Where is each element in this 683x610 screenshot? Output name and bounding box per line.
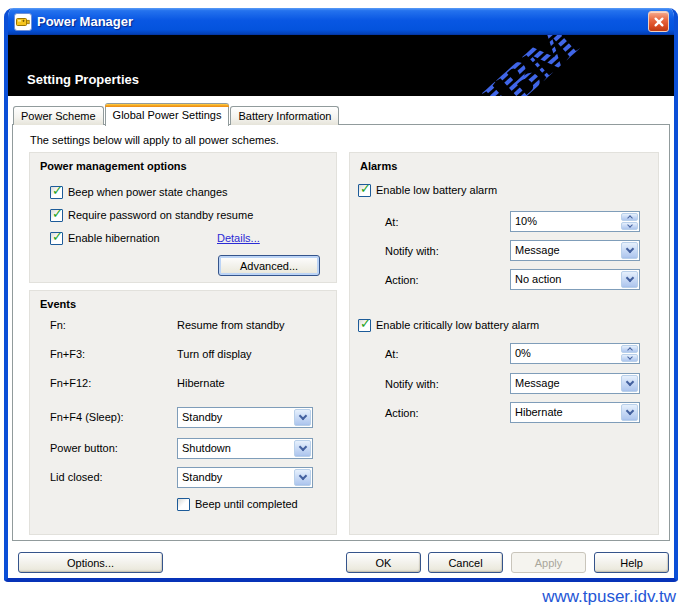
- watermark-text: www.tpuser.idv.tw: [542, 587, 676, 607]
- event-label: Lid closed:: [50, 471, 103, 483]
- spinner-value: 10%: [511, 212, 620, 231]
- beep-until-completed-checkbox[interactable]: ✓: [177, 498, 190, 511]
- require-password-checkbox[interactable]: ✓: [50, 209, 63, 222]
- help-button[interactable]: Help: [594, 552, 669, 573]
- window-title: Power Manager: [37, 14, 133, 29]
- check-icon: ✓: [360, 181, 371, 196]
- critical-alarm-action-select[interactable]: Hibernate: [510, 402, 640, 423]
- select-value: Message: [511, 241, 620, 260]
- critical-alarm-at-spinner[interactable]: 0%: [510, 343, 640, 364]
- low-alarm-at-spinner[interactable]: 10%: [510, 211, 640, 232]
- event-value: Resume from standby: [177, 319, 285, 331]
- at-label: At:: [385, 348, 398, 360]
- check-icon: ✓: [52, 183, 63, 198]
- advanced-button[interactable]: Advanced...: [218, 255, 320, 276]
- tab-strip: Power Scheme Global Power Settings Batte…: [13, 102, 340, 125]
- enable-hibernation-checkbox[interactable]: ✓: [50, 232, 63, 245]
- select-value: No action: [511, 270, 620, 289]
- select-value: Standby: [178, 468, 293, 487]
- close-icon: [653, 16, 665, 28]
- event-label: Fn+F4 (Sleep):: [50, 411, 124, 423]
- fn-f4-sleep-select[interactable]: Standby: [177, 407, 313, 428]
- event-value: Turn off display: [177, 348, 252, 360]
- battery-icon: [14, 13, 32, 31]
- select-value: Hibernate: [511, 403, 620, 422]
- intro-text: The settings below will apply to all pow…: [30, 134, 279, 146]
- checkbox-label: Enable low battery alarm: [376, 184, 497, 196]
- checkbox-label: Beep when power state changes: [68, 186, 228, 198]
- screenshot-root: Power Manager Setting Properties IBM: [0, 0, 683, 610]
- low-alarm-action-select[interactable]: No action: [510, 269, 640, 290]
- tab-label: Battery Information: [238, 110, 331, 122]
- power-manager-window: Power Manager Setting Properties IBM: [4, 8, 678, 582]
- button-label: OK: [376, 557, 392, 569]
- options-button[interactable]: Options...: [18, 552, 163, 573]
- check-icon: ✓: [52, 229, 63, 244]
- select-value: Standby: [178, 408, 293, 427]
- lid-closed-select[interactable]: Standby: [177, 467, 313, 488]
- event-value: Hibernate: [177, 377, 225, 389]
- select-value: Message: [511, 374, 620, 393]
- event-label: Fn+F12:: [50, 377, 91, 389]
- alarms-panel: Alarms ✓ Enable low battery alarm At: 10…: [349, 152, 659, 535]
- event-label: Power button:: [50, 442, 118, 454]
- action-label: Action:: [385, 274, 419, 286]
- ibm-logo-text: IBM: [471, 35, 589, 96]
- tab-label: Power Scheme: [21, 110, 96, 122]
- ok-button[interactable]: OK: [346, 552, 421, 573]
- panel-title: Alarms: [360, 160, 397, 172]
- chevron-down-icon[interactable]: [621, 242, 638, 259]
- chevron-down-icon[interactable]: [294, 469, 311, 486]
- page-title: Setting Properties: [27, 72, 139, 87]
- spinner-up-icon[interactable]: [621, 213, 638, 221]
- tab-global-power-settings[interactable]: Global Power Settings: [105, 103, 230, 126]
- panel-title: Power management options: [40, 160, 187, 172]
- button-label: Options...: [67, 557, 114, 569]
- action-label: Action:: [385, 407, 419, 419]
- checkbox-label: Enable critically low battery alarm: [376, 319, 539, 331]
- check-icon: ✓: [360, 316, 371, 331]
- close-button[interactable]: [648, 11, 669, 32]
- notify-with-label: Notify with:: [385, 378, 439, 390]
- spinner-value: 0%: [511, 344, 620, 363]
- spinner-down-icon[interactable]: [621, 354, 638, 362]
- notify-with-label: Notify with:: [385, 245, 439, 257]
- enable-critically-low-battery-alarm-checkbox[interactable]: ✓: [358, 319, 371, 332]
- events-panel: Events Fn: Resume from standby Fn+F3: Tu…: [29, 290, 337, 535]
- tab-page: The settings below will apply to all pow…: [12, 124, 670, 541]
- tab-battery-information[interactable]: Battery Information: [230, 106, 339, 125]
- ibm-logo: IBM: [470, 35, 624, 96]
- chevron-down-icon[interactable]: [621, 271, 638, 288]
- panel-title: Events: [40, 298, 76, 310]
- button-label: Cancel: [448, 557, 482, 569]
- tab-power-scheme[interactable]: Power Scheme: [13, 106, 104, 125]
- power-button-select[interactable]: Shutdown: [177, 438, 313, 459]
- enable-low-battery-alarm-checkbox[interactable]: ✓: [358, 184, 371, 197]
- low-alarm-notify-select[interactable]: Message: [510, 240, 640, 261]
- checkbox-label: Require password on standby resume: [68, 209, 253, 221]
- details-link[interactable]: Details...: [217, 232, 260, 244]
- select-value: Shutdown: [178, 439, 293, 458]
- chevron-down-icon[interactable]: [621, 404, 638, 421]
- at-label: At:: [385, 216, 398, 228]
- event-label: Fn+F3:: [50, 348, 85, 360]
- critical-alarm-notify-select[interactable]: Message: [510, 373, 640, 394]
- active-tab-accent: [105, 104, 230, 107]
- tab-label: Global Power Settings: [113, 109, 222, 121]
- checkbox-label: Enable hibernation: [68, 232, 160, 244]
- event-label: Fn:: [50, 319, 66, 331]
- apply-button: Apply: [511, 552, 586, 573]
- beep-power-state-checkbox[interactable]: ✓: [50, 186, 63, 199]
- checkbox-label: Beep until completed: [195, 498, 298, 510]
- spinner-down-icon[interactable]: [621, 222, 638, 230]
- chevron-down-icon[interactable]: [621, 375, 638, 392]
- chevron-down-icon[interactable]: [294, 440, 311, 457]
- power-management-options-panel: Power management options ✓ Beep when pow…: [29, 152, 337, 283]
- chevron-down-icon[interactable]: [294, 409, 311, 426]
- spinner-up-icon[interactable]: [621, 345, 638, 353]
- dialog-content: Power Scheme Global Power Settings Batte…: [8, 96, 674, 545]
- cancel-button[interactable]: Cancel: [428, 552, 503, 573]
- button-label: Help: [620, 557, 643, 569]
- button-label: Apply: [535, 557, 563, 569]
- titlebar[interactable]: Power Manager: [8, 8, 674, 35]
